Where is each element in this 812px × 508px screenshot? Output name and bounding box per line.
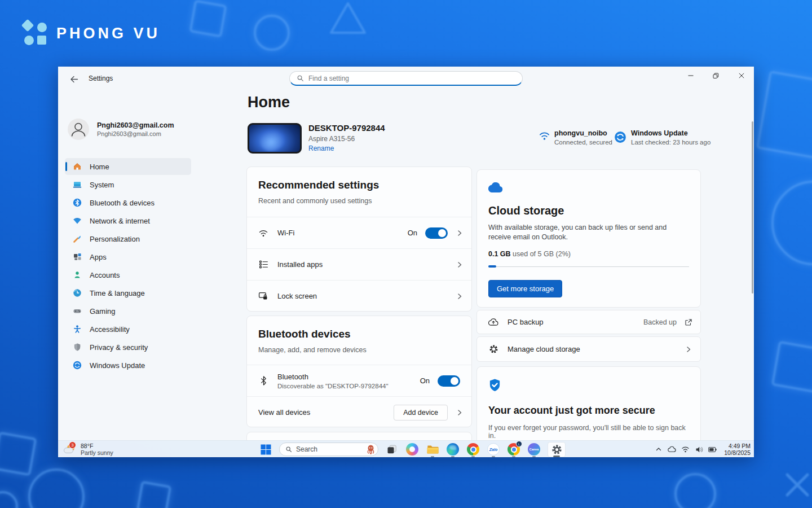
bluetooth-icon xyxy=(72,198,82,208)
running-indicator xyxy=(431,456,434,458)
shield-check-icon xyxy=(488,378,501,392)
edge-button[interactable] xyxy=(446,443,460,456)
running-indicator xyxy=(512,456,515,458)
tray-clock[interactable]: 4:49 PM 10/8/2025 xyxy=(722,443,751,457)
back-button[interactable] xyxy=(67,73,81,85)
installed-apps-label: Installed apps xyxy=(277,260,323,269)
sidebar-item-apps[interactable]: Apps xyxy=(65,248,191,265)
settings-app-button[interactable] xyxy=(548,442,566,457)
back-arrow-icon xyxy=(70,76,78,83)
weather-condition: Partly sunny xyxy=(81,449,113,456)
sidebar-item-accounts[interactable]: Accounts xyxy=(65,266,191,283)
account-secure-card: Your account just got more secure If you… xyxy=(476,366,701,440)
sidebar-item-network[interactable]: Network & internet xyxy=(65,212,191,229)
view-all-devices-row[interactable]: View all devices Add device xyxy=(247,396,471,428)
manage-cloud-storage-card[interactable]: Manage cloud storage xyxy=(476,336,701,362)
weather-temp: 88°F xyxy=(81,443,113,449)
sidebar-item-bluetooth[interactable]: Bluetooth & devices xyxy=(65,194,191,211)
lock-screen-row[interactable]: Lock screen xyxy=(247,280,471,312)
window-scrollbar[interactable] xyxy=(752,121,753,294)
brand-name: PHONG VU xyxy=(56,25,160,42)
sidebar-item-privacy[interactable]: Privacy & security xyxy=(65,339,191,356)
windows-update-status-icon xyxy=(614,131,626,146)
settings-gear-icon xyxy=(551,444,562,455)
tray-chevron-up-icon[interactable] xyxy=(654,445,663,454)
add-device-button[interactable]: Add device xyxy=(394,405,448,421)
tray-wifi-icon[interactable] xyxy=(681,445,690,454)
sidebar-item-accessibility[interactable]: Accessibility xyxy=(65,321,191,338)
bluetooth-toggle[interactable] xyxy=(438,375,460,387)
sidebar-item-label: Privacy & security xyxy=(90,343,148,352)
taskbar-search[interactable]: Search xyxy=(279,443,378,456)
person-icon xyxy=(68,119,89,140)
running-indicator xyxy=(471,456,475,458)
sidebar-item-home[interactable]: Home xyxy=(65,158,191,175)
privacy-shield-icon xyxy=(72,343,82,352)
sidebar-item-time-language[interactable]: Time & language xyxy=(65,284,191,301)
onedrive-cloud-icon[interactable] xyxy=(668,445,676,454)
settings-search[interactable] xyxy=(289,71,523,86)
task-view-button[interactable] xyxy=(385,443,399,456)
close-button[interactable] xyxy=(729,67,754,85)
sidebar-item-gaming[interactable]: Gaming xyxy=(65,303,191,319)
chrome-profile-button[interactable]: L xyxy=(507,443,520,456)
tray-battery-icon[interactable] xyxy=(708,445,717,454)
wifi-toggle[interactable] xyxy=(425,227,448,239)
zalo-icon: Zalo xyxy=(487,443,500,456)
pc-backup-cloud-icon xyxy=(488,317,498,327)
sidebar-item-label: Windows Update xyxy=(90,361,145,370)
tray-volume-icon[interactable] xyxy=(695,445,703,454)
background-shape-circle xyxy=(0,491,18,508)
canva-button[interactable]: Canva xyxy=(527,443,541,456)
bluetooth-glyph-icon xyxy=(258,376,268,386)
caption-controls xyxy=(678,67,754,85)
installed-apps-row[interactable]: Installed apps xyxy=(247,248,471,280)
wifi-status-icon xyxy=(539,131,550,143)
weather-widget[interactable]: 3 88°F Partly sunny xyxy=(63,441,113,457)
chevron-right-icon xyxy=(456,229,464,237)
file-explorer-icon xyxy=(427,444,439,454)
running-indicator xyxy=(492,456,495,458)
background-shape-circle xyxy=(674,473,716,508)
sidebar-item-system[interactable]: System xyxy=(65,176,191,193)
device-model: Aspire A315-56 xyxy=(308,135,355,143)
minimize-icon xyxy=(688,73,694,78)
get-more-storage-button[interactable]: Get more storage xyxy=(488,280,562,297)
wifi-network-detail: Connected, secured xyxy=(554,139,612,146)
sidebar-item-personalization[interactable]: Personalization xyxy=(65,230,191,247)
minimize-button[interactable] xyxy=(678,67,703,85)
wifi-network-name: phongvu_noibo xyxy=(554,129,612,137)
main-content: Home DESKTOP-9792844 Aspire A315-56 Rena… xyxy=(244,91,754,440)
wifi-row[interactable]: Wi-Fi On xyxy=(247,217,471,248)
bluetooth-subtitle: Manage, add, and remove devices xyxy=(258,346,460,354)
chrome-button[interactable] xyxy=(466,443,480,456)
background-shape-square xyxy=(0,432,37,476)
brand-logo: PHONG VU xyxy=(23,20,160,46)
rename-link[interactable]: Rename xyxy=(308,144,334,152)
sidebar-item-windows-update[interactable]: Windows Update xyxy=(65,357,191,374)
restore-icon xyxy=(713,73,719,79)
edge-icon xyxy=(447,443,459,456)
start-button[interactable] xyxy=(259,443,272,456)
bluetooth-toggle-state: On xyxy=(420,376,430,385)
sidebar-item-label: Personalization xyxy=(90,235,140,243)
storage-progress-fill xyxy=(488,265,496,268)
storage-usage-rest: used of 5 GB (2%) xyxy=(511,250,571,258)
bluetooth-devices-card: Bluetooth devices Manage, add, and remov… xyxy=(246,316,472,427)
bluetooth-row[interactable]: Bluetooth Discoverable as "DESKTOP-97928… xyxy=(247,365,471,396)
copilot-icon xyxy=(406,443,418,456)
search-input[interactable] xyxy=(308,75,515,82)
active-indicator xyxy=(553,456,560,457)
pc-backup-card[interactable]: PC backup Backed up xyxy=(476,310,701,334)
copilot-button[interactable] xyxy=(405,443,419,456)
file-explorer-button[interactable] xyxy=(426,443,439,456)
titlebar: Settings xyxy=(58,67,754,91)
zalo-button[interactable]: Zalo xyxy=(487,443,500,456)
wifi-toggle-state: On xyxy=(408,229,417,237)
restore-button[interactable] xyxy=(703,67,729,85)
sidebar-item-label: Home xyxy=(90,163,109,171)
background-shape-square xyxy=(771,341,812,393)
weather-icon: 3 xyxy=(63,443,77,456)
sidebar-item-label: Network & internet xyxy=(90,217,150,225)
account-block[interactable]: Pnghi2603@gmail.com Pnghi2603@gmail.com xyxy=(68,119,174,140)
